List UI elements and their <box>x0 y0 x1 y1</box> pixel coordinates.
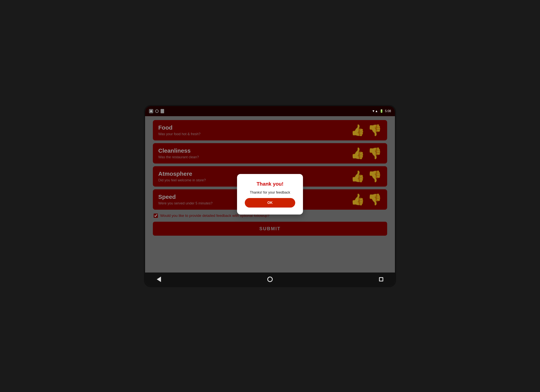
modal-dialog: Thank you! Thanks! for your feedback OK <box>237 174 303 215</box>
recent-icon <box>379 277 383 281</box>
back-icon <box>157 276 161 282</box>
modal-message: Thanks! for your feedback <box>250 191 290 195</box>
nav-home-button[interactable] <box>267 276 273 282</box>
main-content: Food Was your food hot & fresh? 👍 👎 Clea… <box>145 116 395 272</box>
status-icon-a: A <box>149 109 153 113</box>
modal-overlay: Thank you! Thanks! for your feedback OK <box>145 116 395 272</box>
nav-bar <box>145 272 395 286</box>
battery-icon: 🔋 <box>380 109 384 113</box>
modal-title: Thank you! <box>257 181 284 187</box>
status-time: 5:08 <box>385 109 391 113</box>
status-icon-sd <box>161 109 164 113</box>
nav-recent-button[interactable] <box>379 277 383 281</box>
modal-ok-button[interactable]: OK <box>245 198 295 207</box>
wifi-icon: ▼▲ <box>372 109 378 113</box>
status-icon-circle <box>155 109 159 113</box>
status-bar-left: A <box>149 109 164 113</box>
status-bar-right: ▼▲ 🔋 5:08 <box>372 109 391 113</box>
nav-back-button[interactable] <box>157 276 161 282</box>
home-icon <box>267 276 273 282</box>
tablet-frame: A ▼▲ 🔋 5:08 Food Was your food hot & fre… <box>144 105 396 287</box>
status-bar: A ▼▲ 🔋 5:08 <box>145 106 395 116</box>
